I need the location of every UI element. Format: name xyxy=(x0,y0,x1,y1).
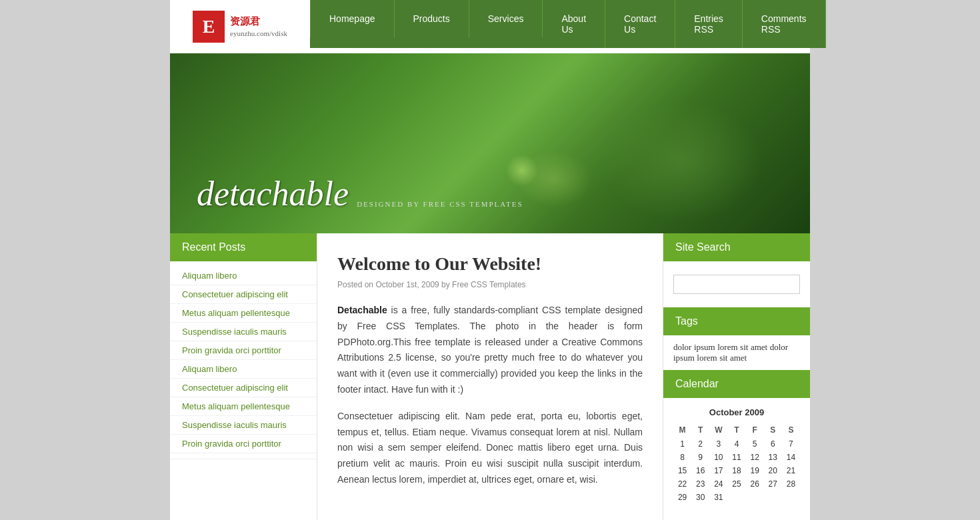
site-name: 资源君 xyxy=(230,15,287,29)
cal-cell: 3 xyxy=(709,437,727,451)
calendar-table: October 2009 MTWTFSS 1234567891011121314… xyxy=(673,405,800,504)
hero-title: detachable xyxy=(197,174,349,213)
recent-post-link[interactable]: Aliquam libero xyxy=(170,267,317,285)
cal-cell: 20 xyxy=(764,464,782,477)
logo-text: 资源君 eyunzhu.com/vdisk xyxy=(230,15,287,39)
cal-cell: 18 xyxy=(727,464,745,477)
recent-post-link[interactable]: Proin gravida orci porttitor xyxy=(170,435,317,453)
hero-subtitle: DESIGNED BY FREE CSS TEMPLATES xyxy=(357,200,523,213)
nav-item-products[interactable]: Products xyxy=(395,0,469,37)
search-title: Site Search xyxy=(663,233,810,261)
cal-cell: 8 xyxy=(673,451,691,464)
nav-item-services[interactable]: Services xyxy=(469,0,543,37)
tag-link[interactable]: amet xyxy=(751,342,767,352)
left-sidebar: Recent Posts Aliquam liberoConsectetuer … xyxy=(170,233,317,520)
cal-cell: 21 xyxy=(782,464,800,477)
cal-cell xyxy=(746,491,764,504)
recent-posts-list: Aliquam liberoConsectetuer adipiscing el… xyxy=(170,261,317,459)
tag-link[interactable]: ipsum xyxy=(673,353,695,363)
cal-cell: 31 xyxy=(709,491,727,504)
cal-cell: 14 xyxy=(782,451,800,464)
recent-post-link[interactable]: Metus aliquam pellentesque xyxy=(170,397,317,416)
cal-cell xyxy=(764,491,782,504)
cal-cell: 6 xyxy=(764,437,782,451)
main-content: Welcome to Our Website! Posted on Octobe… xyxy=(317,233,663,520)
cal-cell: 24 xyxy=(709,477,727,491)
tag-link[interactable]: lorem xyxy=(697,353,717,363)
cal-cell: 19 xyxy=(746,464,764,477)
search-box xyxy=(663,261,810,307)
calendar-caption: October 2009 xyxy=(673,405,800,423)
tag-link[interactable]: dolor xyxy=(770,342,788,352)
nav-item-about-us[interactable]: About Us xyxy=(543,0,605,48)
cal-cell: 17 xyxy=(709,464,727,477)
cal-cell: 4 xyxy=(727,437,745,451)
cal-cell: 9 xyxy=(691,451,709,464)
tag-link[interactable]: ipsum xyxy=(694,342,715,352)
right-sidebar: Site Search Tags dolor ipsum lorem sit a… xyxy=(663,233,810,520)
recent-post-link[interactable]: Proin gravida orci porttitor xyxy=(170,341,317,360)
cal-header: S xyxy=(764,423,782,437)
cal-cell: 23 xyxy=(691,477,709,491)
calendar-title: Calendar xyxy=(663,370,810,398)
cal-cell: 30 xyxy=(691,491,709,504)
search-input[interactable] xyxy=(673,275,800,294)
post-meta: Posted on October 1st, 2009 by Free CSS … xyxy=(337,280,643,289)
cal-cell: 28 xyxy=(782,477,800,491)
cal-cell: 13 xyxy=(764,451,782,464)
nav-item-comments-rss[interactable]: Comments RSS xyxy=(743,0,826,48)
tags-widget: dolor ipsum lorem sit amet dolor ipsum l… xyxy=(663,335,810,370)
cal-cell: 12 xyxy=(746,451,764,464)
cal-cell xyxy=(782,491,800,504)
cal-header: S xyxy=(782,423,800,437)
cal-cell: 16 xyxy=(691,464,709,477)
cal-header: M xyxy=(673,423,691,437)
logo-icon: E xyxy=(193,11,225,43)
nav-item-entries-rss[interactable]: Entries RSS xyxy=(675,0,743,48)
cal-cell: 26 xyxy=(746,477,764,491)
recent-post-link[interactable]: Suspendisse iaculis mauris xyxy=(170,416,317,435)
cal-header: F xyxy=(746,423,764,437)
hero-banner: detachable DESIGNED BY FREE CSS TEMPLATE… xyxy=(170,53,810,233)
post-title: Welcome to Our Website! xyxy=(337,253,643,275)
nav-item-contact-us[interactable]: Contact Us xyxy=(605,0,675,48)
cal-cell: 1 xyxy=(673,437,691,451)
cal-cell: 25 xyxy=(727,477,745,491)
cal-cell: 22 xyxy=(673,477,691,491)
cal-header: T xyxy=(727,423,745,437)
recent-post-link[interactable]: Consectetuer adipiscing elit xyxy=(170,285,317,304)
cal-cell: 10 xyxy=(709,451,727,464)
recent-post-link[interactable]: Consectetuer adipiscing elit xyxy=(170,379,317,397)
main-nav: HomepageProductsServicesAbout UsContact … xyxy=(310,0,826,48)
cal-header: W xyxy=(709,423,727,437)
cal-cell: 11 xyxy=(727,451,745,464)
nav-item-homepage[interactable]: Homepage xyxy=(310,0,395,37)
cal-cell: 5 xyxy=(746,437,764,451)
recent-post-link[interactable]: Metus aliquam pellentesque xyxy=(170,304,317,323)
cal-cell: 29 xyxy=(673,491,691,504)
site-url: eyunzhu.com/vdisk xyxy=(230,29,287,39)
cal-cell: 7 xyxy=(782,437,800,451)
cal-header: T xyxy=(691,423,709,437)
tag-link[interactable]: amet xyxy=(730,353,747,363)
recent-posts-title: Recent Posts xyxy=(170,233,317,261)
tag-link[interactable]: sit xyxy=(719,353,727,363)
cal-cell xyxy=(727,491,745,504)
cal-cell: 27 xyxy=(764,477,782,491)
tag-link[interactable]: sit xyxy=(740,342,748,352)
tag-link[interactable]: lorem xyxy=(717,342,737,352)
cal-cell: 15 xyxy=(673,464,691,477)
logo: E 资源君 eyunzhu.com/vdisk xyxy=(170,0,310,53)
post-body: Detachable is a free, fully standards-co… xyxy=(337,303,643,488)
recent-post-link[interactable]: Aliquam libero xyxy=(170,360,317,379)
tag-link[interactable]: dolor xyxy=(673,342,691,352)
tags-title: Tags xyxy=(663,307,810,335)
cal-cell: 2 xyxy=(691,437,709,451)
recent-post-link[interactable]: Suspendisse iaculis mauris xyxy=(170,323,317,341)
calendar-widget: October 2009 MTWTFSS 1234567891011121314… xyxy=(663,398,810,511)
